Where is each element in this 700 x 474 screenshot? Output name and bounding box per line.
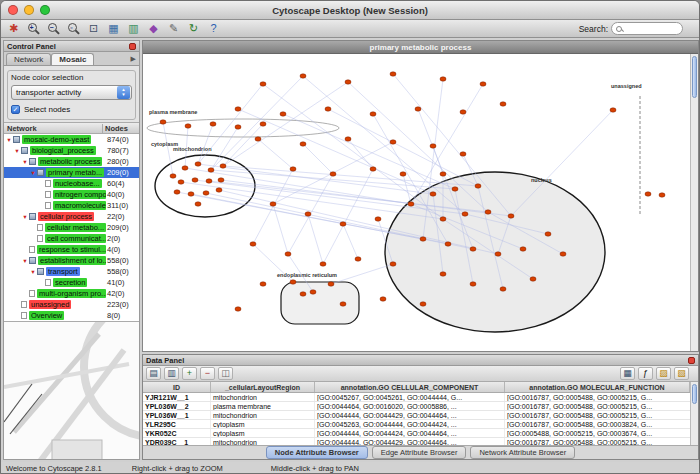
graph-node[interactable] — [420, 237, 426, 241]
tree-row[interactable]: nucleobase...60(4) — [4, 178, 139, 189]
graph-node[interactable] — [328, 282, 334, 286]
graph-node[interactable] — [305, 212, 311, 216]
vizmapper-icon[interactable]: ◆ — [145, 21, 162, 36]
tree-row[interactable]: nitrogen compo...40(0) — [4, 189, 139, 200]
graph-node[interactable] — [440, 77, 446, 81]
graph-node[interactable] — [530, 277, 536, 281]
cytoscape-icon[interactable]: ✱ — [5, 21, 22, 36]
table-row[interactable]: YLR295Ccytoplasm[GO:0045263, GO:0044444,… — [143, 420, 698, 429]
tree-expander-icon[interactable]: ▼ — [21, 258, 29, 264]
tab-scroll-right-icon[interactable]: ▶ — [128, 55, 139, 65]
graph-node[interactable] — [355, 257, 361, 261]
graph-node[interactable] — [460, 110, 466, 114]
graph-node[interactable] — [300, 292, 306, 296]
tab-edge-attribute-browser[interactable]: Edge Attribute Browser — [372, 446, 467, 459]
tree-expander-icon[interactable]: ▼ — [13, 148, 21, 154]
graph-node[interactable] — [370, 167, 376, 171]
graph-node[interactable] — [185, 124, 191, 128]
graph-node[interactable] — [208, 168, 214, 172]
graph-node[interactable] — [170, 174, 176, 178]
graph-node[interactable] — [210, 122, 216, 126]
graph-node[interactable] — [408, 202, 414, 206]
graph-node[interactable] — [345, 137, 351, 141]
graph-node[interactable] — [270, 202, 276, 206]
table-row[interactable]: YPL036W__1mitochondrion[GO:0044444, GO:0… — [143, 411, 698, 420]
graph-node[interactable] — [330, 172, 336, 176]
tab-network[interactable]: Network — [6, 53, 51, 65]
graph-node[interactable] — [195, 162, 201, 166]
graph-node[interactable] — [390, 262, 396, 266]
graph-node[interactable] — [520, 247, 526, 251]
tree-row[interactable]: multi-organism pro...42(0) — [4, 288, 139, 299]
import-attributes-icon[interactable]: ▥ — [125, 21, 142, 36]
graph-node[interactable] — [452, 187, 458, 191]
graph-node[interactable] — [182, 166, 188, 170]
graph-node[interactable] — [480, 82, 486, 86]
graph-node[interactable] — [174, 190, 180, 194]
refresh-network-icon[interactable]: ↻ — [185, 21, 202, 36]
graph-node[interactable] — [255, 137, 261, 141]
graph-node[interactable] — [495, 252, 501, 256]
graph-node[interactable] — [462, 212, 468, 216]
search-input[interactable] — [625, 24, 678, 33]
graph-node[interactable] — [235, 125, 241, 129]
new-attribute-icon[interactable]: + — [182, 367, 197, 380]
tree-expander-icon[interactable]: ▼ — [29, 269, 37, 275]
tree-expander-icon[interactable]: ▼ — [21, 159, 29, 165]
graph-node[interactable] — [300, 142, 306, 146]
search-box[interactable] — [611, 22, 683, 35]
graph-node[interactable] — [206, 179, 212, 183]
network-view-title[interactable]: primary metabolic process — [143, 41, 698, 54]
graph-node[interactable] — [645, 192, 651, 196]
graph-node[interactable] — [340, 302, 346, 306]
zoom-out-icon[interactable]: − — [45, 21, 62, 36]
graph-node[interactable] — [320, 262, 326, 266]
graph-node[interactable] — [260, 122, 266, 126]
graph-node[interactable] — [195, 202, 201, 206]
tab-network-attribute-browser[interactable]: Network Attribute Browser — [470, 446, 575, 459]
trash-icon[interactable]: ◫ — [218, 367, 233, 380]
column-header[interactable]: annotation.GO MOLECULAR_FUNCTION — [505, 382, 690, 392]
graph-node[interactable] — [508, 214, 514, 218]
graph-node[interactable] — [470, 247, 476, 251]
tab-mosaic[interactable]: Mosaic — [51, 53, 94, 65]
column-header[interactable]: _cellularLayoutRegion — [211, 382, 315, 392]
table-vertical-scrollbar[interactable] — [690, 382, 698, 445]
tree-row[interactable]: ▼establishment of lo...558(0) — [4, 255, 139, 266]
tree-row[interactable]: ▼transport558(0) — [4, 266, 139, 277]
graph-node[interactable] — [440, 217, 446, 221]
column-header[interactable]: ID — [143, 382, 211, 392]
canvas-vertical-scrollbar[interactable] — [690, 54, 698, 351]
graph-node[interactable] — [375, 217, 381, 221]
select-attributes-icon[interactable]: ▤ — [146, 367, 161, 380]
graph-node[interactable] — [280, 112, 286, 116]
graph-node[interactable] — [220, 164, 226, 168]
annotation-icon[interactable]: ✎ — [165, 21, 182, 36]
network-column-header[interactable]: Network — [4, 124, 103, 133]
graph-node[interactable] — [560, 252, 566, 256]
graph-node[interactable] — [290, 167, 296, 171]
graph-node[interactable] — [260, 82, 266, 86]
graph-node[interactable] — [500, 287, 506, 291]
tree-row[interactable]: ▼biological_process780(7) — [4, 145, 139, 156]
graph-node[interactable] — [340, 222, 346, 226]
graph-node[interactable] — [440, 172, 446, 176]
nodes-column-header[interactable]: Nodes — [103, 124, 139, 133]
graph-node[interactable] — [545, 232, 551, 236]
graph-node[interactable] — [203, 191, 209, 195]
scrollbar-thumb[interactable] — [692, 56, 697, 98]
graph-node[interactable] — [485, 210, 491, 214]
graph-node[interactable] — [285, 252, 291, 256]
graph-node[interactable] — [178, 180, 184, 184]
graph-node[interactable] — [160, 120, 166, 124]
graph-node[interactable] — [235, 307, 241, 311]
graph-node[interactable] — [400, 172, 406, 176]
graph-node[interactable] — [420, 302, 426, 306]
unselect-attributes-icon[interactable]: ▥ — [164, 367, 179, 380]
graph-node[interactable] — [440, 272, 446, 276]
graph-node[interactable] — [445, 242, 451, 246]
tree-row[interactable]: unassigned223(0) — [4, 299, 139, 310]
graph-node[interactable] — [260, 282, 266, 286]
graph-node[interactable] — [300, 74, 306, 78]
graph-node[interactable] — [290, 280, 296, 284]
